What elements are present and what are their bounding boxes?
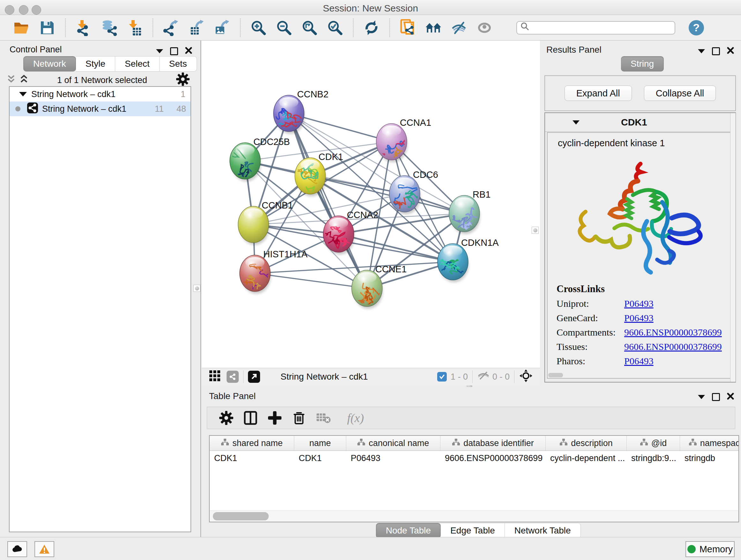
column-header-name[interactable]: name (294, 436, 346, 450)
zoom-in-icon[interactable] (250, 19, 267, 36)
node-count: 11 (155, 104, 164, 114)
warning-status-button[interactable] (35, 541, 54, 557)
collapse-all-button[interactable]: Collapse All (644, 85, 716, 101)
expand-all-button[interactable]: Expand All (564, 85, 632, 101)
hide-selection-icon[interactable] (451, 19, 467, 36)
results-menu-caret-icon[interactable] (698, 49, 705, 53)
network-node-RB1[interactable] (449, 195, 480, 234)
panel-close-icon[interactable] (185, 46, 192, 56)
network-options-gear-icon[interactable] (176, 72, 190, 88)
crosslink-link[interactable]: P06493 (624, 356, 654, 367)
tab-string[interactable]: String (621, 56, 664, 71)
table-options-gear-icon[interactable] (219, 411, 233, 425)
column-header-description[interactable]: description (546, 436, 627, 450)
column-label: name (309, 438, 331, 448)
cloud-status-button[interactable] (7, 541, 27, 557)
entry-hscroll-thumb[interactable] (548, 373, 563, 377)
network-node-CDC25B[interactable] (221, 143, 261, 187)
column-header-@id[interactable]: @id (627, 436, 680, 450)
save-session-icon[interactable] (39, 19, 56, 36)
crosslink-link[interactable]: P06493 (624, 313, 654, 323)
crosslink-link[interactable]: 9606.ENSP00000378699 (624, 327, 722, 338)
refresh-network-view-icon[interactable] (363, 19, 380, 36)
memory-button[interactable]: Memory (685, 541, 735, 557)
column-label: shared name (232, 438, 283, 448)
search-box[interactable] (516, 21, 675, 35)
table-hscrollbar[interactable] (210, 510, 738, 522)
crosslink-label: Compartments: (548, 327, 624, 338)
tab-network-table[interactable]: Network Table (505, 523, 581, 538)
import-network-from-database-icon[interactable] (101, 19, 118, 36)
tab-select[interactable]: Select (115, 56, 159, 71)
hidden-eye-slash-icon (477, 371, 490, 383)
import-table-from-file-icon[interactable] (126, 19, 143, 36)
selected-checkbox-icon[interactable] (437, 372, 447, 381)
crosslink-link[interactable]: 9606.ENSP00000378699 (624, 341, 722, 352)
network-node-CCNB1[interactable] (238, 206, 269, 245)
zoom-out-icon[interactable] (276, 19, 292, 36)
birds-eye-grid-icon[interactable] (209, 370, 221, 384)
node-result-card: CDK1 cyclin-dependent kinase 1 (544, 112, 736, 382)
expand-all-networks-icon[interactable] (20, 74, 28, 86)
open-in-new-window-icon[interactable] (248, 371, 260, 383)
collection-count: 1 (181, 89, 185, 99)
window-status-bar: Memory (0, 537, 741, 560)
show-all-icon[interactable] (476, 19, 493, 36)
export-network-icon[interactable] (163, 19, 179, 36)
column-header-database-identifier[interactable]: database identifier (441, 436, 546, 450)
column-header-shared-name[interactable]: shared name (210, 436, 294, 450)
panel-float-icon[interactable] (170, 47, 178, 55)
results-scrollbar-track[interactable] (730, 113, 736, 382)
search-input[interactable] (530, 22, 671, 33)
tab-edge-table[interactable]: Edge Table (441, 523, 505, 538)
results-float-icon[interactable] (712, 47, 720, 55)
tab-style[interactable]: Style (76, 56, 115, 71)
network-node-CCNA1[interactable] (375, 124, 410, 172)
left-splitter-handle[interactable] (193, 285, 200, 292)
crosslink-link[interactable]: P06493 (624, 298, 654, 309)
new-network-from-selection-icon[interactable] (400, 19, 416, 36)
table-float-icon[interactable] (712, 393, 720, 401)
table-close-icon[interactable] (727, 392, 734, 402)
zoom-selected-region-icon[interactable] (327, 19, 343, 36)
network-node-CDK1[interactable] (295, 158, 326, 196)
import-network-from-file-icon[interactable] (75, 19, 92, 36)
first-neighbors-icon[interactable] (425, 19, 442, 36)
create-column-icon[interactable] (243, 411, 258, 425)
control-panel: Control Panel NetworkStyleSelectSets 1 o… (0, 41, 201, 537)
network-node-CCNE1[interactable] (352, 270, 398, 310)
table-row[interactable]: CDK1CDK1P064939606.ENSP00000378699cyclin… (210, 451, 738, 465)
column-type-icon (689, 438, 697, 448)
network-row[interactable]: String Network – cdk1 11 48 (10, 102, 191, 116)
column-header-canonical-name[interactable]: canonical name (346, 436, 441, 450)
svg-text:CCNA2: CCNA2 (347, 210, 378, 220)
collapse-all-networks-icon[interactable] (7, 74, 15, 86)
column-header-namespace[interactable]: namespace (680, 436, 739, 450)
add-row-plus-icon[interactable] (267, 411, 282, 425)
entry-collapse-caret-icon[interactable] (572, 120, 580, 125)
right-splitter-handle[interactable] (532, 227, 539, 234)
panel-menu-caret-icon[interactable] (156, 49, 163, 53)
open-file-icon[interactable] (13, 19, 30, 36)
network-node-CCNB2[interactable] (267, 95, 305, 139)
zoom-fit-content-icon[interactable] (301, 19, 318, 36)
delete-trash-icon[interactable] (292, 411, 307, 425)
function-builder-icon: f(x) (340, 411, 371, 425)
network-canvas[interactable]: CCNB2CCNA1CDC25BCDK1CDC6RB1CCNB1CCNA2CDK… (202, 41, 540, 368)
network-node-HIST1H1A[interactable] (240, 255, 273, 299)
network-node-CDC6[interactable] (385, 176, 423, 214)
tab-node-table[interactable]: Node Table (376, 523, 441, 538)
table-hscroll-thumb[interactable] (213, 512, 269, 520)
export-table-icon[interactable] (188, 19, 205, 36)
fit-selected-crosshair-icon[interactable] (519, 369, 533, 385)
help-button[interactable]: ? (689, 20, 704, 36)
network-collection-row[interactable]: String Network – cdk1 1 (10, 87, 191, 102)
tab-network[interactable]: Network (23, 56, 76, 71)
tab-sets[interactable]: Sets (159, 56, 197, 71)
tree-expand-caret-icon[interactable] (19, 92, 27, 97)
column-type-icon (357, 438, 365, 448)
export-image-icon[interactable] (214, 19, 230, 36)
table-menu-caret-icon[interactable] (698, 395, 705, 399)
table-cell: cyclin-dependent ... (546, 451, 627, 465)
results-close-icon[interactable] (727, 46, 734, 56)
